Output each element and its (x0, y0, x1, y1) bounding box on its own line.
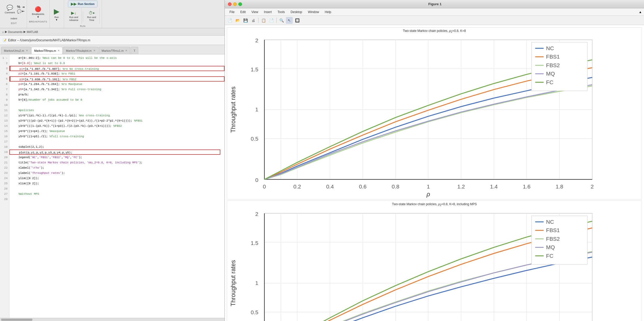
percent-icon[interactable]: % (17, 5, 21, 9)
figure-title: Figure 1 (242, 2, 628, 6)
edit-group: 💬 Comment % 💬 ⇥ ⇤ Indent EDIT (1, 0, 27, 28)
menu-desktop[interactable]: Desktop (288, 10, 305, 14)
run-time-button[interactable]: ⏱▶ Run and Time (86, 10, 98, 23)
tab-markovtrmps[interactable]: MarkovTRmps.m ✕ (31, 47, 63, 54)
close-button[interactable] (228, 2, 232, 6)
line-num-8: 8 (0, 92, 9, 97)
run-advance-group: ▶↓ Run and Advance (66, 8, 82, 24)
horizontal-scrollbar[interactable] (0, 318, 225, 321)
code-line-10 (9, 102, 225, 108)
line-numbers: 1 – 2 3 4 5 6 7 8 9 10 11 12 13 14 15 16… (0, 54, 9, 318)
svg-text:1.5: 1.5 (251, 66, 258, 72)
comment-button[interactable]: 💬 Comment (3, 3, 16, 15)
figure-panel: Figure 1 File Edit View Insert Tools Des… (225, 0, 644, 321)
home-icon[interactable]: ⌂ (2, 30, 4, 33)
line-num-21: 21 (0, 160, 9, 165)
line-num-17: 17 (0, 139, 9, 144)
plot-1-svg: 0 0.5 1 1.5 2 0 0.2 0.4 0.6 0.8 1 1.2 1.… (227, 34, 642, 198)
toolbar-sep2 (276, 18, 277, 23)
menu-window[interactable]: Window (305, 10, 322, 14)
tab-markovumu2[interactable]: MarkovUmu2.m ✕ (1, 47, 31, 54)
save-btn[interactable]: 💾 (242, 17, 249, 24)
run-section-button[interactable]: ▶▶ Run Section (68, 1, 97, 7)
figure-menubar: File Edit View Insert Tools Desktop Wind… (225, 8, 644, 16)
tab-close-markovtrmu1[interactable]: ✕ (125, 49, 127, 52)
new-figure-btn[interactable]: 📄 (226, 17, 233, 24)
svg-text:FBS2: FBS2 (546, 236, 560, 242)
menu-help[interactable]: Help (322, 10, 334, 14)
maximize-button[interactable] (238, 2, 242, 6)
svg-text:1.8: 1.8 (556, 184, 563, 190)
svg-text:1: 1 (427, 184, 430, 190)
editor-titlebar: 📝 Editor – /Users/juno/Documents/MATLAB/… (0, 36, 225, 45)
zoom-out-btn[interactable]: 🔲 (294, 17, 301, 24)
svg-text:1.6: 1.6 (523, 184, 531, 190)
svg-text:0.5: 0.5 (251, 136, 258, 142)
tab-close-markovtrmps[interactable]: ✕ (58, 49, 60, 52)
menu-insert[interactable]: Insert (261, 10, 274, 14)
tab-markovtrsubplot[interactable]: MarkovTRsubplot.m ✕ (63, 47, 98, 54)
line-num-28: 28 (0, 197, 9, 202)
outdent-icon[interactable]: ⇤ (22, 9, 25, 13)
menu-tools[interactable]: Tools (275, 10, 288, 14)
tab-t[interactable]: T (131, 47, 138, 54)
window-controls (228, 2, 242, 6)
pointer-btn[interactable]: ↖ (286, 17, 293, 24)
breadcrumb-documents[interactable]: Documents (8, 30, 23, 33)
breadcrumb-matlab[interactable]: MATLAB (27, 30, 38, 33)
paste-btn[interactable]: 📄 (268, 17, 275, 24)
run-advance-button[interactable]: ▶↓ Run and Advance (68, 9, 80, 23)
code-line-15: y4=b*((1+p4)./2); %maxqueue (9, 129, 225, 134)
menu-edit[interactable]: Edit (238, 10, 248, 14)
code-line-4: p2=[a.*1.191./b.*1.038]; %ro FBS1 (9, 71, 225, 76)
menu-file[interactable]: File (227, 10, 237, 14)
code-line-1: a=[0:.001:2]; %mu1 can be 0 to 2, this w… (9, 55, 225, 61)
svg-text:0.5: 0.5 (251, 309, 258, 315)
breakpoints-button[interactable]: 🔴 Breakpoints ▼ (30, 5, 46, 19)
comment-icon2[interactable]: 💬 (17, 9, 21, 14)
run-section-group: ▶▶ Run Section ▶↓ Run and Advance ⏱▶ Run… (64, 0, 102, 28)
line-num-12: 12 (0, 113, 9, 118)
tab-markovtrmu1[interactable]: MarkovTRmu1.m ✕ (99, 47, 130, 54)
tab-bar: MarkovUmu2.m ✕ MarkovTRmps.m ✕ MarkovTRs… (0, 45, 225, 54)
svg-text:2: 2 (255, 211, 258, 217)
svg-text:FC: FC (546, 253, 553, 259)
code-line-25: xlim([0 2]); (9, 181, 225, 186)
zoom-in-btn[interactable]: 🔍 (278, 17, 285, 24)
code-line-21: title('Two-state Markov chain policies, … (9, 160, 225, 165)
code-line-22: xlabel('\rho'); (9, 165, 225, 170)
svg-text:1: 1 (255, 280, 258, 286)
indent-icon[interactable]: ⇥ (22, 5, 25, 9)
toolbar-sep1 (258, 18, 258, 23)
svg-text:NC: NC (546, 219, 554, 225)
svg-text:FC: FC (546, 79, 553, 85)
breadcrumb: ⌂ ▶ Documents ▶ MATLAB (0, 28, 225, 36)
plot-1: Two-state Markov chain policies, μ2=0.8,… (227, 27, 642, 199)
line-num-1: 1 – (0, 55, 9, 61)
line-num-6: 6 (0, 82, 9, 87)
svg-text:NC: NC (546, 45, 554, 51)
minimize-button[interactable] (233, 2, 237, 6)
line-num-11: 11 (0, 108, 9, 113)
code-line-18: subplot(2,1,2); (9, 144, 225, 150)
svg-text:0.6: 0.6 (359, 184, 366, 190)
code-line-8: p=a/b; (9, 92, 225, 97)
svg-text:Throughput rates: Throughput rates (230, 260, 237, 306)
line-num-23: 23 (0, 170, 9, 176)
plot-2-svg: 0 0.5 1 1.5 2 0 0.2 0.4 0.6 0.8 1 1.2 1.… (227, 207, 642, 321)
menu-view[interactable]: View (249, 10, 261, 14)
tab-close-markovumu2[interactable]: ✕ (26, 49, 28, 52)
line-num-18: 18 (0, 144, 9, 150)
code-lines[interactable]: a=[0:.001:2]; %mu1 can be 0 to 2, this w… (9, 54, 225, 318)
svg-text:1.4: 1.4 (490, 184, 498, 190)
open-btn[interactable]: 📂 (234, 17, 241, 24)
line-num-3: 3 (0, 66, 9, 71)
run-button[interactable]: ▶ Run ▼ (52, 6, 62, 22)
line-num-25: 25 (0, 181, 9, 186)
scrollbar-thumb[interactable] (1, 319, 32, 321)
tab-close-markovtrsubplot[interactable]: ✕ (93, 49, 95, 52)
copy-btn[interactable]: 📋 (260, 17, 267, 24)
indent-button[interactable]: Indent (9, 16, 19, 21)
svg-text:0.2: 0.2 (294, 184, 301, 190)
print-btn[interactable]: 🖨 (250, 17, 257, 24)
